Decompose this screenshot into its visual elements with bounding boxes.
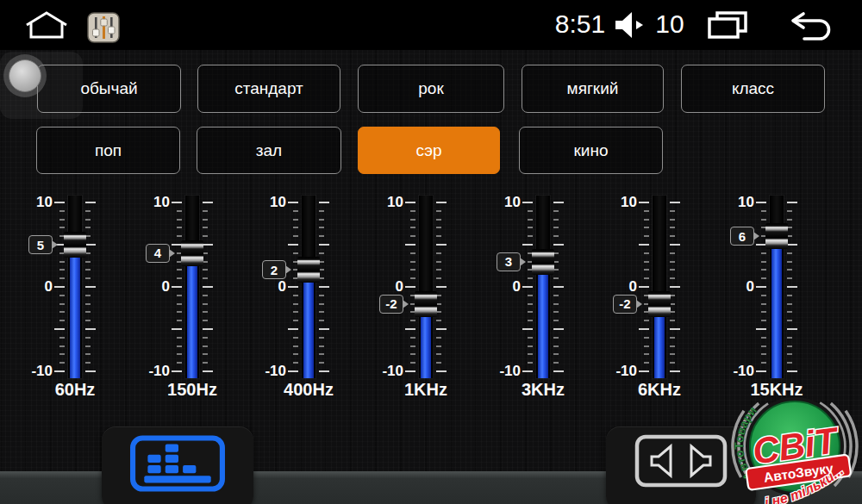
recent-apps-icon[interactable] (707, 11, 748, 40)
tick-mark (319, 235, 324, 237)
tick-mark (528, 277, 533, 279)
tick-mark (293, 353, 298, 355)
tick-mark (293, 210, 298, 212)
preset-кино[interactable]: кино (519, 127, 663, 174)
slider-thumb[interactable] (181, 240, 203, 266)
scale-mid-label: 0 (486, 278, 521, 296)
tick-mark (644, 261, 649, 263)
tick-mark (670, 362, 675, 364)
preset-стандарт[interactable]: стандарт (197, 65, 340, 113)
tick-mark (85, 362, 91, 364)
tick-mark (553, 303, 559, 305)
tick-mark (410, 337, 415, 339)
tick-mark (670, 269, 675, 271)
tick-mark (528, 320, 533, 321)
tick-mark (670, 244, 680, 246)
tick-mark (528, 345, 533, 347)
tick-mark (787, 337, 792, 339)
tick-mark (761, 353, 766, 355)
tick-mark (293, 252, 298, 254)
tick-mark (787, 311, 792, 313)
tick-mark (522, 328, 533, 330)
tick-mark (85, 353, 91, 355)
tick-mark (59, 261, 65, 263)
tick-mark (85, 269, 91, 271)
equalizer-app-icon[interactable] (87, 12, 120, 43)
tick-mark (639, 202, 649, 203)
tick-mark (319, 311, 324, 313)
tick-mark (553, 362, 559, 364)
tick-mark (177, 303, 182, 305)
tick-mark (203, 202, 213, 203)
tick-mark (644, 362, 649, 364)
tick-mark (203, 320, 208, 321)
tick-mark (177, 320, 182, 321)
tick-mark (436, 202, 447, 203)
tick-mark (787, 269, 792, 271)
volume-icon[interactable] (614, 11, 646, 39)
tick-mark (288, 286, 298, 288)
back-icon[interactable] (790, 11, 834, 40)
preset-мягкий[interactable]: мягкий (522, 65, 664, 113)
tick-mark (553, 202, 564, 203)
tick-mark (410, 277, 415, 279)
scale-max-label: 10 (720, 194, 754, 211)
tick-mark (405, 202, 415, 203)
tick-mark (410, 345, 415, 347)
eq-band-3khz: 10 0 -10 3 3KHz (484, 194, 602, 406)
slider-thumb[interactable] (415, 291, 437, 317)
preset-рок[interactable]: рок (358, 65, 504, 113)
preset-зал[interactable]: зал (197, 127, 341, 174)
tick-mark (405, 370, 415, 372)
tick-mark (553, 370, 564, 372)
tick-mark (553, 235, 559, 237)
tick-mark (553, 337, 559, 339)
slider-thumb[interactable] (64, 232, 86, 258)
scale-max-label: 10 (135, 194, 170, 211)
slider-fill (303, 281, 314, 378)
value-badge-text: 6 (739, 229, 746, 244)
tab-equalizer[interactable] (102, 426, 253, 504)
preset-класс[interactable]: класс (681, 65, 825, 113)
tick-mark (319, 219, 324, 221)
value-badge: -2 (613, 295, 637, 314)
tick-mark (670, 235, 675, 237)
tick-mark (528, 210, 533, 212)
scale-min-label: -10 (603, 363, 637, 380)
scale-mid-label: 0 (252, 278, 286, 296)
tick-mark (761, 337, 766, 339)
value-badge: -2 (379, 295, 403, 314)
tick-mark (787, 353, 792, 355)
value-badge-text: 2 (271, 263, 278, 277)
tick-mark (436, 227, 441, 228)
slider-thumb[interactable] (648, 291, 671, 317)
tick-mark (522, 244, 533, 246)
tick-mark (436, 244, 447, 246)
value-badge-text: -2 (619, 296, 630, 311)
tick-mark (85, 210, 91, 212)
tick-mark (203, 311, 208, 313)
scale-min-label: -10 (135, 363, 170, 380)
preset-сэр[interactable]: сэр (358, 127, 500, 174)
home-icon[interactable] (25, 10, 68, 40)
tick-mark (59, 337, 65, 339)
floating-knob[interactable] (3, 54, 47, 97)
tick-mark (436, 277, 441, 279)
tick-mark (203, 345, 208, 347)
tick-mark (203, 370, 213, 372)
slider-thumb[interactable] (765, 223, 788, 249)
tick-mark (553, 244, 564, 246)
tick-mark (756, 370, 766, 372)
slider-thumb[interactable] (532, 249, 554, 275)
tick-mark (293, 219, 298, 221)
preset-поп[interactable]: поп (36, 127, 180, 174)
tick-mark (410, 235, 415, 237)
tick-mark (528, 337, 533, 339)
tick-mark (54, 286, 65, 288)
tick-mark (319, 244, 329, 246)
value-badge: 2 (262, 260, 286, 279)
tick-mark (410, 252, 415, 254)
eq-band-400hz: 10 0 -10 2 400Hz (250, 194, 367, 406)
slider-thumb[interactable] (297, 257, 320, 283)
tick-mark (293, 337, 298, 339)
